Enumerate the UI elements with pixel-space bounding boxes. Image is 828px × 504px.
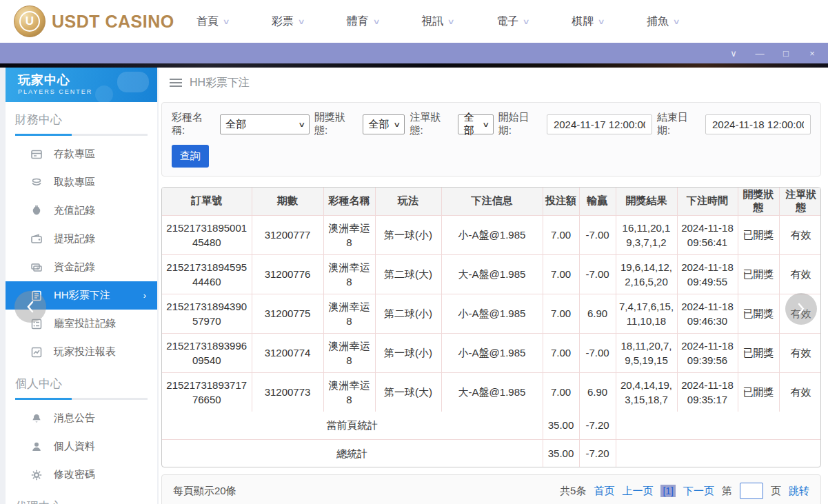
table-cell: 7.00 <box>543 294 579 333</box>
withdraw-icon <box>30 177 43 189</box>
table-cell: 18,11,20,7,9,5,19,15 <box>616 333 677 372</box>
table-cell: 7,4,17,6,15,11,10,18 <box>616 294 677 333</box>
column-header: 開獎狀態 <box>738 188 779 215</box>
table-cell: 19,6,14,12,2,16,5,20 <box>616 254 677 294</box>
sidebar-item-label: 廳室投註記錄 <box>54 317 116 330</box>
nav-item-0[interactable]: 首頁∨ <box>196 14 229 29</box>
logo: U USDT CASINO <box>14 6 176 37</box>
sidebar-item-withdrawal-record[interactable]: 提現記錄 <box>6 225 157 253</box>
table-row[interactable]: 215217318939960954031200774澳洲幸运8第一球(小)小-… <box>162 333 821 372</box>
chevron-down-icon: ∨ <box>372 17 380 26</box>
bets-table-container: 訂單號期數彩種名稱玩法下注信息投注額輸贏開獎結果下注時間開獎狀態注單狀態 215… <box>161 187 821 467</box>
table-row[interactable]: 215217318937177665031200773澳洲幸运8第一球(大)大-… <box>162 372 821 412</box>
sidebar-item-recharge-record[interactable]: 充值記錄 <box>6 196 157 225</box>
sidebar-item-withdraw[interactable]: 取款專區 <box>6 168 157 196</box>
table-cell: 澳洲幸运8 <box>323 254 375 294</box>
table-cell: -7.00 <box>579 254 616 294</box>
start-date-input[interactable] <box>547 114 652 134</box>
sidebar-item-deposit[interactable]: 存款專區 <box>6 140 157 168</box>
order-status-label: 注單狀態: <box>410 111 453 137</box>
table-cell: 2152173189371776650 <box>162 372 252 412</box>
sidebar-item-label: 消息公告 <box>54 412 95 425</box>
nav-item-2[interactable]: 體育∨ <box>347 14 379 29</box>
nav-item-1[interactable]: 彩票∨ <box>272 14 304 29</box>
sidebar-item-player-report[interactable]: 玩家投注報表 <box>6 338 157 366</box>
order-status-value: 全部 <box>463 111 478 137</box>
logo-letter: U <box>19 11 40 32</box>
table-cell: 6.90 <box>579 372 616 412</box>
page-title: HH彩票下注 <box>190 76 250 90</box>
sidebar-item-password[interactable]: 修改密碼 <box>6 461 157 489</box>
sidebar-item-profile[interactable]: 個人資料 <box>6 432 157 461</box>
nav-item-6[interactable]: 捕魚∨ <box>647 14 679 29</box>
table-cell: 大-A盤@1.985 <box>441 372 543 412</box>
table-cell: 2152173189439057970 <box>162 294 252 333</box>
table-cell: 20,4,14,19,3,15,18,7 <box>616 372 677 412</box>
draw-status-select[interactable]: 全部 ∨ <box>363 114 405 134</box>
table-summary: 當前頁統計35.00-7.20總統計35.00-7.20 <box>162 412 821 467</box>
summary-label: 總統計 <box>162 439 543 467</box>
sidebar-item-funds-record[interactable]: 資金記錄 <box>6 253 157 281</box>
table-cell: 已開獎 <box>738 294 779 333</box>
next-page-link[interactable]: 下一页 <box>683 485 714 498</box>
nav-item-3[interactable]: 視訊∨ <box>421 14 454 29</box>
minimize-window-icon[interactable]: — <box>755 49 765 58</box>
close-window-icon[interactable]: × <box>807 49 817 58</box>
first-page-link[interactable]: 首页 <box>594 485 614 498</box>
summary-row: 當前頁統計35.00-7.20 <box>162 412 821 439</box>
sidebar-section-title: 代理中心 <box>6 489 157 504</box>
hamburger-menu-icon[interactable] <box>170 78 182 88</box>
table-cell: 已開獎 <box>738 372 779 412</box>
breadcrumb: HH彩票下注 <box>161 68 821 98</box>
maximize-window-icon[interactable]: □ <box>781 49 791 58</box>
nav-item-4[interactable]: 電子∨ <box>496 14 529 29</box>
table-row[interactable]: 215217318945954446031200776澳洲幸运8第二球(大)大-… <box>162 254 821 294</box>
start-date-label: 開始日期: <box>498 111 542 137</box>
summary-bet-total: 35.00 <box>543 412 579 439</box>
chevron-right-icon: › <box>143 290 146 301</box>
nav-item-label: 彩票 <box>272 14 294 29</box>
column-header: 彩種名稱 <box>323 188 375 215</box>
lottery-name-select[interactable]: 全部 ∨ <box>220 114 310 134</box>
collapse-sidebar-arrow-button[interactable] <box>14 291 46 323</box>
window-titlebar: ∨—□× <box>0 43 828 63</box>
recharge-record-icon <box>30 205 43 217</box>
sidebar-item-notice[interactable]: 消息公告 <box>6 404 157 432</box>
expand-panel-arrow-button[interactable] <box>785 293 817 325</box>
table-row[interactable]: 215217318943905797031200775澳洲幸运8第二球(小)小-… <box>162 294 821 333</box>
nav-item-5[interactable]: 棋牌∨ <box>572 14 604 29</box>
order-status-select[interactable]: 全部 ∨ <box>458 114 493 134</box>
bets-table: 訂單號期數彩種名稱玩法下注信息投注額輸贏開獎結果下注時間開獎狀態注單狀態 215… <box>162 188 821 467</box>
table-cell: 2024-11-18 09:56:41 <box>677 215 738 254</box>
draw-status-value: 全部 <box>368 118 389 131</box>
column-header: 訂單號 <box>162 188 252 215</box>
end-date-input[interactable] <box>705 114 811 134</box>
main-nav: 首頁∨彩票∨體育∨視訊∨電子∨棋牌∨捕魚∨ <box>196 14 679 29</box>
search-button[interactable]: 查詢 <box>172 145 209 168</box>
table-row[interactable]: 215217318950014548031200777澳洲幸运8第一球(小)小-… <box>162 215 821 254</box>
table-cell: 有效 <box>779 215 821 254</box>
table-cell: 第二球(大) <box>375 254 441 294</box>
table-cell: 澳洲幸运8 <box>323 294 375 333</box>
dropdown-window-icon[interactable]: ∨ <box>729 49 738 58</box>
sidebar-item-label: 提現記錄 <box>54 232 95 245</box>
table-cell: 澳洲幸运8 <box>323 333 375 372</box>
page-jump-input[interactable] <box>740 483 763 499</box>
profile-icon <box>30 441 43 453</box>
column-header: 下注時間 <box>677 188 738 215</box>
table-cell: -7.00 <box>579 215 616 254</box>
table-cell: 2024-11-18 09:46:30 <box>677 294 738 333</box>
table-cell: 16,11,20,19,3,7,1,2 <box>616 215 677 254</box>
table-cell: 6.90 <box>579 294 616 333</box>
section-divider <box>15 398 148 400</box>
jump-action-link[interactable]: 跳转 <box>789 485 809 498</box>
column-header: 期數 <box>252 188 323 215</box>
sidebar-item-label: 取款專區 <box>54 176 95 189</box>
prev-page-link[interactable]: 上一页 <box>622 485 653 498</box>
section-divider <box>15 134 148 136</box>
column-header: 注單狀態 <box>779 188 821 215</box>
table-cell: 7.00 <box>543 333 579 372</box>
table-cell: 2152173189399609540 <box>162 333 252 372</box>
summary-row: 總統計35.00-7.20 <box>162 439 821 467</box>
chevron-down-icon: ∨ <box>597 17 605 26</box>
